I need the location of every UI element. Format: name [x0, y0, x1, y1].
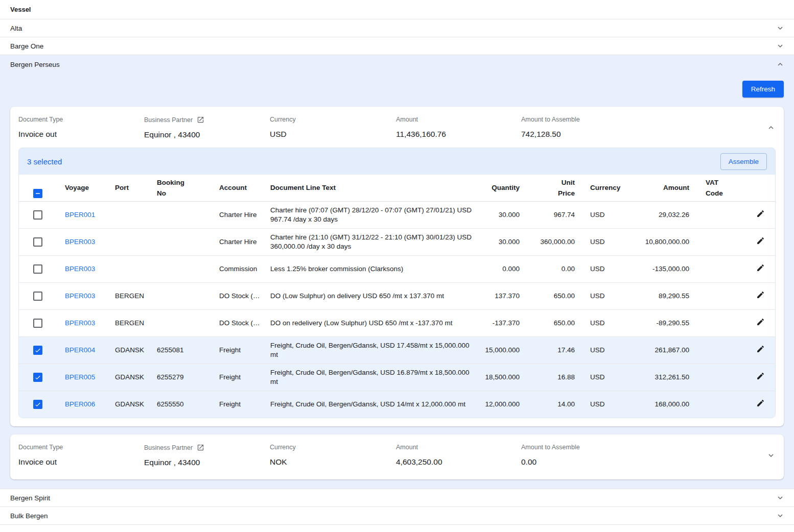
unit-price-cell: 967.74 [528, 201, 583, 228]
row-checkbox[interactable] [33, 264, 42, 274]
edit-line-button[interactable] [756, 345, 765, 353]
row-checkbox[interactable] [33, 400, 42, 409]
voyage-link[interactable]: BPER003 [65, 238, 95, 246]
port-cell [107, 201, 149, 228]
field-label: Document Type [18, 444, 63, 451]
chevron-down-icon[interactable] [776, 511, 785, 520]
quantity-cell: 30.000 [482, 201, 528, 228]
vessel-name: Bulk Bergen [10, 512, 48, 520]
amount-cell: 312,261.50 [620, 364, 702, 391]
document-card-nok: Document TypeInvoice outBusiness Partner… [10, 434, 784, 479]
currency-cell: USD [583, 309, 620, 336]
summary-field: Document TypeInvoice out [18, 444, 144, 467]
currency-cell: USD [583, 201, 620, 228]
port-cell: GDANSK [107, 391, 149, 418]
accordion-item-bergen-perseus[interactable]: Bergen Perseus [0, 55, 794, 74]
amount-cell: 89,290.55 [620, 282, 702, 309]
document-line-text-cell: DO on redelivery (Low Sulphur) USD 650 /… [262, 309, 482, 336]
expand-card-icon[interactable] [762, 444, 776, 460]
table-header-row: Voyage Port Booking No Account Document … [19, 175, 776, 201]
summary-field: Amount to Assemble742,128.50 [521, 116, 762, 139]
field-value: NOK [270, 457, 396, 467]
amount-cell: 261,867.00 [620, 336, 702, 364]
table-row: BPER003Charter HireCharter hire (21:10 (… [19, 228, 776, 255]
voyage-link[interactable]: BPER003 [65, 265, 95, 273]
vessel-name: Barge One [10, 42, 43, 50]
accordion-item-bulk-bergen[interactable]: Bulk Bergen [0, 507, 794, 525]
chevron-down-icon[interactable] [776, 23, 785, 33]
row-checkbox[interactable] [33, 319, 42, 328]
summary-field: Business PartnerEquinor , 43400 [144, 444, 270, 467]
unit-price-cell: 650.00 [528, 282, 583, 309]
amount-cell: -135,000.00 [620, 255, 702, 282]
select-all-checkbox[interactable] [33, 189, 42, 198]
open-in-new-icon[interactable] [197, 444, 204, 451]
vat-code-cell [702, 255, 734, 282]
edit-line-button[interactable] [756, 372, 765, 380]
voyage-link[interactable]: BPER006 [65, 400, 95, 408]
edit-line-button[interactable] [756, 263, 765, 272]
column-header-port: Port [107, 175, 149, 201]
edit-line-button[interactable] [756, 236, 765, 245]
quantity-cell: -137.370 [482, 309, 528, 336]
selected-count: 3 selected [27, 157, 62, 166]
unit-price-cell: 650.00 [528, 309, 583, 336]
voyage-link[interactable]: BPER004 [65, 346, 95, 354]
edit-line-button[interactable] [756, 291, 765, 299]
table-row: BPER006GDANSK6255550FreightFreight, Crud… [19, 391, 776, 418]
currency-cell: USD [583, 255, 620, 282]
voyage-link[interactable]: BPER001 [65, 211, 95, 219]
port-cell [107, 255, 149, 282]
row-checkbox[interactable] [33, 373, 42, 382]
vessel-accordion-bottom: Bergen SpiritBulk Bergen [0, 489, 794, 525]
selection-bar: 3 selected Assemble [19, 148, 775, 175]
accordion-item-alta[interactable]: Alta [0, 19, 794, 37]
table-row: BPER004GDANSK6255081FreightFreight, Crud… [19, 336, 776, 364]
document-card-usd: Document TypeInvoice outBusiness Partner… [10, 107, 784, 426]
voyage-link[interactable]: BPER003 [65, 319, 95, 327]
quantity-cell: 30.000 [482, 228, 528, 255]
summary-field: Amount11,436,160.76 [396, 116, 521, 139]
unit-price-cell: 17.46 [528, 336, 583, 364]
field-value: Invoice out [18, 130, 144, 139]
document-line-text-cell: Charter hire (07:07 (GMT) 28/12/20 - 07:… [262, 201, 482, 228]
column-header-quantity: Quantity [482, 175, 528, 201]
chevron-up-icon[interactable] [776, 60, 785, 69]
voyage-link[interactable]: BPER003 [65, 292, 95, 300]
chevron-down-icon[interactable] [776, 41, 785, 51]
open-in-new-icon[interactable] [197, 116, 204, 124]
vessel-accordion-top: AltaBarge One [0, 19, 794, 55]
port-cell: BERGEN [107, 309, 149, 336]
unit-price-cell: 14.00 [528, 391, 583, 418]
unit-price-cell: 360,000.00 [528, 228, 583, 255]
edit-line-button[interactable] [756, 318, 765, 326]
accordion-item-barge-one[interactable]: Barge One [0, 37, 794, 55]
column-header-vat-code: VAT Code [702, 175, 734, 201]
quantity-cell: 12,000.000 [482, 391, 528, 418]
amount-cell: 10,800,000.00 [620, 228, 702, 255]
refresh-button[interactable]: Refresh [742, 81, 784, 98]
row-checkbox[interactable] [33, 292, 42, 301]
collapse-card-icon[interactable] [762, 116, 776, 132]
row-checkbox[interactable] [33, 346, 42, 355]
vat-code-cell [702, 282, 734, 309]
assemble-button[interactable]: Assemble [720, 153, 767, 170]
port-cell [107, 228, 149, 255]
column-header-amount: Amount [620, 175, 702, 201]
table-row: BPER001Charter HireCharter hire (07:07 (… [19, 201, 776, 228]
field-label: Amount to Assemble [521, 116, 580, 123]
account-cell: DO Stock (L... [211, 282, 262, 309]
row-checkbox[interactable] [33, 210, 42, 220]
accordion-item-bergen-spirit[interactable]: Bergen Spirit [0, 489, 794, 507]
column-header-unit-price: Unit Price [528, 175, 583, 201]
edit-line-button[interactable] [756, 399, 765, 407]
row-checkbox[interactable] [33, 237, 42, 247]
edit-line-button[interactable] [756, 209, 765, 218]
field-value: Equinor , 43400 [144, 130, 270, 139]
field-label: Business Partner [144, 444, 193, 451]
field-label: Amount [396, 444, 418, 451]
document-line-text-cell: DO (Low Sulphur) on delivery USD 650 /mt… [262, 282, 482, 309]
voyage-link[interactable]: BPER005 [65, 373, 95, 381]
chevron-down-icon[interactable] [776, 493, 785, 502]
account-cell: Charter Hire [211, 228, 262, 255]
